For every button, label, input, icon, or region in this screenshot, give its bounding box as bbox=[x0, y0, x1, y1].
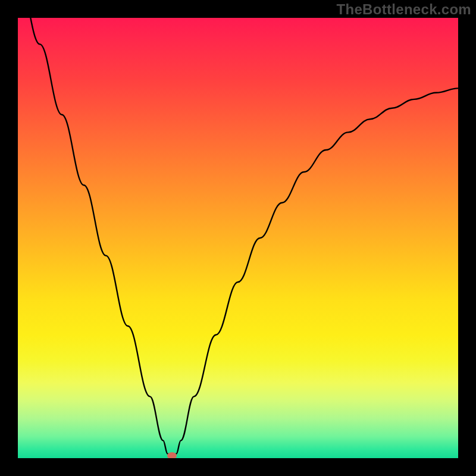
bottleneck-curve bbox=[18, 18, 458, 458]
watermark-text: TheBottleneck.com bbox=[337, 1, 471, 18]
plot-area bbox=[18, 18, 458, 458]
optimal-point-marker bbox=[167, 452, 177, 458]
chart-frame: TheBottleneck.com bbox=[0, 0, 476, 476]
